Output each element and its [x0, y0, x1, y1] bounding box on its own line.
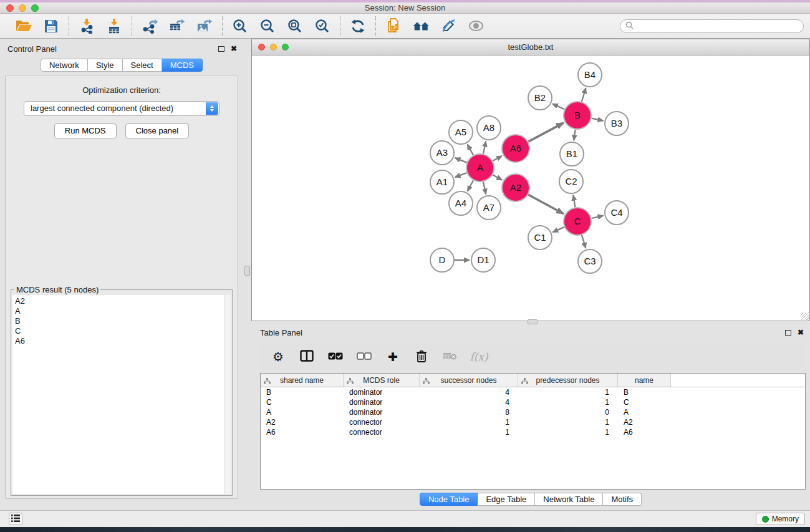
close-window-button[interactable] [6, 4, 14, 12]
zoom-fit-button[interactable] [283, 16, 307, 37]
edge-A-A2[interactable] [493, 175, 502, 180]
function-builder-button[interactable]: f(x) [468, 347, 489, 367]
result-item[interactable]: B [12, 316, 231, 326]
tab-node-table[interactable]: Node Table [420, 493, 478, 506]
edge-B-B4[interactable] [582, 88, 586, 102]
table-cell[interactable]: dominator [344, 407, 420, 417]
table-cell[interactable]: 4 [420, 397, 518, 407]
network-graph[interactable]: B4B2BB3A5A8A6B1A3AA1C2A2A4A7C4CC1C3DD1 [252, 56, 809, 321]
edge-A2-C[interactable] [528, 195, 564, 214]
float-panel-icon[interactable] [218, 46, 224, 52]
network-window-titlebar[interactable]: testGlobe.txt [252, 39, 809, 56]
edge-C-C2[interactable] [573, 195, 575, 208]
result-scrollbar[interactable] [224, 295, 231, 494]
edge-C-C1[interactable] [552, 227, 564, 232]
close-panel-icon[interactable]: ✖ [231, 45, 237, 52]
result-item[interactable]: A [12, 306, 231, 316]
delete-column-button[interactable] [411, 347, 432, 367]
edge-A-A8[interactable] [483, 142, 486, 154]
result-item[interactable]: C [12, 326, 231, 336]
table-cell[interactable]: 1 [518, 427, 618, 437]
node-B2[interactable]: B2 [528, 86, 552, 110]
export-table-button[interactable] [165, 16, 189, 37]
float-table-panel-icon[interactable] [785, 330, 791, 336]
tab-edge-table[interactable]: Edge Table [478, 493, 535, 506]
edge-A-A6[interactable] [493, 156, 502, 161]
tab-select[interactable]: Select [123, 59, 162, 72]
table-cell[interactable]: 1 [518, 417, 618, 427]
deselect-all-button[interactable] [354, 347, 375, 367]
table-cell[interactable]: A2 [261, 417, 344, 427]
column-header[interactable]: shared name [261, 374, 344, 387]
table-cell[interactable]: 4 [420, 387, 518, 397]
table-cell[interactable]: B [261, 387, 344, 397]
edge-A-A4[interactable] [468, 180, 474, 191]
zoom-in-button[interactable] [228, 16, 252, 37]
duplicate-network-button[interactable] [382, 16, 405, 37]
table-cell[interactable]: B [618, 387, 671, 397]
edge-A6-B[interactable] [528, 123, 564, 142]
vertical-splitter-handle[interactable] [244, 266, 250, 276]
node-A[interactable]: A [466, 154, 494, 181]
add-column-button[interactable]: ✚ [382, 347, 403, 367]
table-cell[interactable]: 8 [420, 407, 518, 417]
node-A6[interactable]: A6 [502, 135, 529, 162]
table-cell[interactable]: C [261, 397, 344, 407]
node-A3[interactable]: A3 [430, 141, 454, 165]
table-settings-button[interactable]: ⚙ [268, 347, 289, 367]
refresh-button[interactable] [346, 16, 370, 37]
criterion-select[interactable]: largest connected component (directed) [24, 101, 219, 116]
node-C3[interactable]: C3 [578, 249, 602, 273]
table-cell[interactable]: dominator [344, 387, 420, 397]
node-B[interactable]: B [564, 102, 591, 129]
node-A5[interactable]: A5 [449, 120, 473, 144]
import-network-button[interactable] [75, 16, 99, 37]
node-C2[interactable]: C2 [559, 170, 583, 193]
search-input[interactable] [634, 21, 803, 32]
show-graphics-details-button[interactable] [464, 16, 488, 37]
edge-A-A3[interactable] [455, 158, 467, 163]
run-mcds-button[interactable]: Run MCDS [54, 123, 117, 138]
close-view-button[interactable] [258, 44, 265, 51]
tab-network-table[interactable]: Network Table [535, 493, 603, 506]
minimize-window-button[interactable] [19, 4, 26, 12]
tab-style[interactable]: Style [88, 59, 123, 72]
split-view-button[interactable] [296, 347, 317, 367]
table-row[interactable]: Adominator80A [261, 407, 805, 417]
node-B1[interactable]: B1 [560, 142, 584, 166]
import-table-button[interactable] [102, 16, 126, 37]
node-A2[interactable]: A2 [502, 174, 529, 201]
node-D1[interactable]: D1 [471, 248, 495, 272]
table-row[interactable]: Cdominator41C [261, 397, 805, 407]
table-cell[interactable]: 1 [518, 387, 618, 397]
edge-A-A5[interactable] [468, 144, 474, 155]
table-cell[interactable]: A6 [261, 427, 344, 437]
zoom-window-button[interactable] [31, 4, 39, 12]
minimize-view-button[interactable] [270, 44, 277, 51]
window-resize-grip[interactable] [801, 312, 809, 320]
tab-network[interactable]: Network [41, 59, 88, 72]
node-C4[interactable]: C4 [605, 201, 629, 225]
network-canvas[interactable]: B4B2BB3A5A8A6B1A3AA1C2A2A4A7C4CC1C3DD1 [252, 56, 809, 321]
home-view-button[interactable] [409, 16, 433, 37]
task-history-button[interactable] [9, 513, 22, 525]
edge-A-A1[interactable] [455, 173, 467, 177]
table-cell[interactable]: connector [344, 427, 420, 437]
edge-C-C3[interactable] [582, 235, 586, 248]
edge-B-B2[interactable] [552, 104, 564, 109]
delete-table-button[interactable] [440, 347, 461, 367]
export-network-button[interactable] [138, 16, 162, 37]
export-image-button[interactable] [193, 16, 216, 37]
result-item[interactable]: A6 [12, 336, 231, 346]
column-header[interactable]: MCDS role [344, 374, 420, 387]
table-cell[interactable]: 1 [420, 427, 518, 437]
zoom-view-button[interactable] [282, 44, 289, 51]
node-A8[interactable]: A8 [477, 116, 501, 140]
table-cell[interactable]: dominator [344, 397, 420, 407]
node-A7[interactable]: A7 [477, 196, 501, 220]
zoom-out-button[interactable] [256, 16, 279, 37]
table-row[interactable]: A2connector11A2 [261, 417, 805, 427]
column-header[interactable]: predecessor nodes [518, 374, 618, 387]
tab-motifs[interactable]: Motifs [603, 493, 642, 506]
result-item[interactable]: A2 [12, 296, 231, 306]
